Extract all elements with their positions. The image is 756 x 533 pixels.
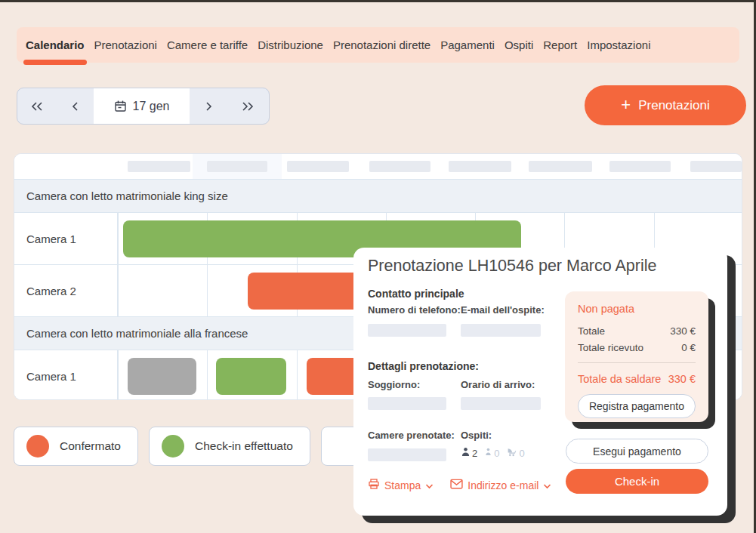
calendar-date-header-row: [14, 154, 742, 179]
stay-label: Soggiorno:: [368, 379, 420, 390]
date-placeholder: [609, 161, 671, 172]
booked-rooms-label: Camere prenotate:: [368, 430, 455, 441]
date-placeholder: [287, 161, 349, 172]
new-booking-label: Prenotazioni: [638, 98, 710, 113]
received-value: 0 €: [681, 342, 696, 353]
infants-count: 0: [506, 447, 524, 459]
current-date-label: 17 gen: [133, 100, 170, 113]
modal-title: Prenotazione LH10546 per Marco Aprile: [368, 257, 656, 276]
due-value: 330 €: [668, 373, 696, 385]
divider: [578, 362, 696, 363]
register-payment-button[interactable]: Registra pagamento: [578, 394, 696, 418]
plus-icon: +: [621, 97, 631, 113]
status-color-dot: [26, 435, 49, 458]
due-label: Totale da saldare: [578, 373, 661, 385]
printer-icon: [368, 478, 380, 492]
amount-due-row: Totale da saldare 330 €: [578, 373, 696, 385]
guests-label: Ospiti:: [461, 430, 492, 441]
email-value-placeholder: [461, 324, 541, 337]
email-label: E-mail dell'ospite:: [461, 304, 545, 316]
stroller-icon: [506, 447, 517, 459]
legend-label: Confermato: [60, 439, 121, 453]
tab-prenotazioni-dirette[interactable]: Prenotazioni dirette: [333, 27, 430, 63]
total-value: 330 €: [670, 325, 696, 337]
tab-impostazioni[interactable]: Impostazioni: [587, 27, 650, 63]
checkin-button[interactable]: Check-in: [566, 469, 708, 494]
tab-pagamenti[interactable]: Pagamenti: [440, 27, 495, 63]
chevron-left-icon: [70, 100, 81, 112]
date-navigator: 17 gen: [17, 88, 270, 125]
room-name-label: Camera 1: [14, 350, 118, 400]
modal-action-links: Stampa Indirizzo e-mail: [368, 478, 551, 492]
app-window: CalendarioPrenotazioniCamere e tariffeDi…: [0, 0, 756, 533]
date-placeholder: [369, 161, 430, 172]
arrival-time-label: Orario di arrivo:: [461, 379, 535, 390]
tab-report[interactable]: Report: [543, 27, 577, 63]
received-label: Totale ricevuto: [578, 342, 643, 353]
child-icon: [484, 447, 492, 459]
new-booking-button[interactable]: + Prenotazioni: [585, 85, 746, 125]
legend-label: Check-in effettuato: [195, 439, 293, 453]
room-type-section-header: Camera con letto matrimoniale king size: [14, 179, 742, 212]
total-row: Totale 330 €: [578, 325, 696, 337]
tab-distribuzione[interactable]: Distribuzione: [258, 27, 323, 63]
stay-value-placeholder: [368, 397, 446, 410]
email-link[interactable]: Indirizzo e-mail: [450, 478, 551, 492]
next-day-button[interactable]: [190, 88, 227, 124]
guest-counts: 2 0 0: [461, 447, 525, 459]
details-section-heading: Dettagli prenotazione:: [368, 360, 479, 372]
total-label: Totale: [578, 325, 605, 337]
adults-count: 2: [461, 447, 477, 459]
date-placeholder: [529, 161, 592, 172]
adult-icon: [461, 447, 471, 459]
tab-calendario[interactable]: Calendario: [26, 27, 85, 63]
room-name-label: Camera 2: [14, 265, 118, 316]
chevron-right-icon: [203, 100, 214, 112]
tab-prenotazioni[interactable]: Prenotazioni: [94, 27, 157, 63]
payment-summary-card: Non pagata Totale 330 € Totale ricevuto …: [565, 291, 708, 422]
print-link[interactable]: Stampa: [368, 478, 434, 492]
date-placeholder: [449, 161, 511, 172]
date-picker[interactable]: 17 gen: [94, 88, 190, 124]
booking-bar-other[interactable]: [128, 358, 196, 395]
phone-label: Numero di telefono:: [368, 304, 461, 316]
calendar-icon: [114, 100, 127, 112]
double-chevron-left-icon: [30, 100, 44, 112]
first-page-button[interactable]: [17, 88, 57, 124]
children-count: 0: [484, 447, 499, 459]
date-placeholder: [690, 161, 742, 172]
main-navbar: CalendarioPrenotazioniCamere e tariffeDi…: [17, 27, 739, 63]
tab-ospiti[interactable]: Ospiti: [505, 27, 533, 63]
chevron-down-icon: [543, 479, 551, 491]
envelope-icon: [450, 479, 463, 491]
room-name-label: Camera 1: [14, 213, 118, 264]
double-chevron-right-icon: [241, 100, 255, 112]
status-color-dot: [162, 435, 184, 458]
payment-status-badge: Non pagata: [578, 303, 696, 315]
date-placeholder: [207, 161, 267, 172]
make-payment-button[interactable]: Esegui pagamento: [566, 439, 708, 464]
received-row: Totale ricevuto 0 €: [578, 342, 696, 353]
phone-value-placeholder: [368, 324, 446, 337]
date-placeholder: [128, 161, 190, 172]
contact-section-heading: Contatto principale: [368, 288, 464, 300]
chevron-down-icon: [425, 479, 434, 491]
previous-day-button[interactable]: [57, 88, 94, 124]
legend-item-checkin: Check-in effettuato: [149, 427, 310, 466]
booking-details-modal: Prenotazione LH10546 per Marco Aprile Co…: [353, 248, 727, 516]
last-page-button[interactable]: [227, 88, 269, 124]
booking-bar-checkin[interactable]: [216, 358, 286, 395]
tab-camere-e-tariffe[interactable]: Camere e tariffe: [167, 27, 248, 63]
rooms-value-placeholder: [368, 448, 446, 461]
legend-item-confirmed: Confermato: [14, 427, 138, 466]
arrival-value-placeholder: [461, 397, 541, 410]
